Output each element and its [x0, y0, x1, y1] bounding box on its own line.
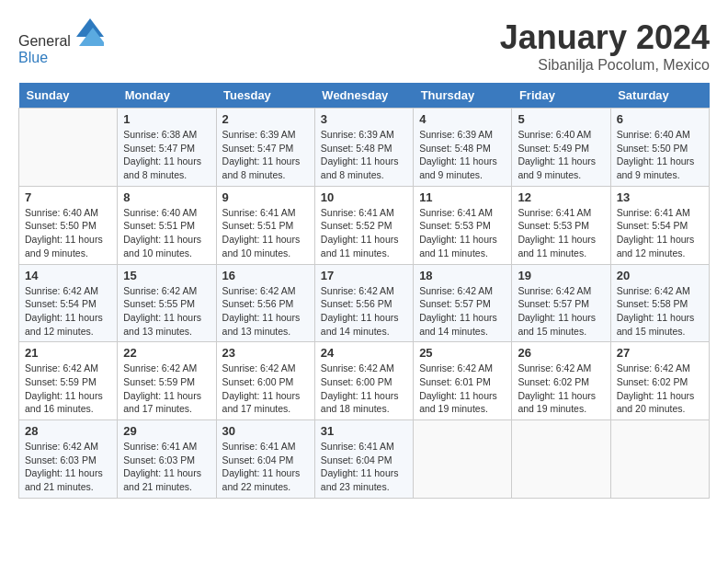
calendar-week-row: 14Sunrise: 6:42 AMSunset: 5:54 PMDayligh…: [19, 264, 710, 342]
calendar-cell: 17Sunrise: 6:42 AMSunset: 5:56 PMDayligh…: [314, 264, 413, 342]
calendar-header-row: SundayMondayTuesdayWednesdayThursdayFrid…: [19, 83, 710, 109]
day-header-sunday: Sunday: [19, 83, 118, 109]
day-detail: Sunrise: 6:42 AMSunset: 5:57 PMDaylight:…: [518, 284, 604, 339]
day-number: 15: [123, 269, 210, 282]
day-number: 28: [25, 424, 111, 438]
calendar-cell: 9Sunrise: 6:41 AMSunset: 5:51 PMDaylight…: [216, 186, 314, 264]
day-header-tuesday: Tuesday: [216, 83, 314, 109]
calendar-cell: 1Sunrise: 6:38 AMSunset: 5:47 PMDaylight…: [118, 109, 216, 187]
day-detail: Sunrise: 6:40 AMSunset: 5:50 PMDaylight:…: [617, 128, 703, 182]
day-detail: Sunrise: 6:41 AMSunset: 5:53 PMDaylight:…: [518, 206, 604, 260]
calendar-cell: 8Sunrise: 6:40 AMSunset: 5:51 PMDaylight…: [118, 186, 216, 264]
calendar-cell: 16Sunrise: 6:42 AMSunset: 5:56 PMDayligh…: [216, 264, 314, 342]
day-number: 13: [617, 190, 703, 204]
day-detail: Sunrise: 6:42 AMSunset: 6:03 PMDaylight:…: [25, 440, 111, 494]
calendar-table: SundayMondayTuesdayWednesdayThursdayFrid…: [18, 83, 710, 499]
day-header-thursday: Thursday: [414, 83, 512, 109]
calendar-cell: 13Sunrise: 6:41 AMSunset: 5:54 PMDayligh…: [610, 186, 709, 264]
day-detail: Sunrise: 6:39 AMSunset: 5:48 PMDaylight:…: [321, 128, 407, 182]
day-detail: Sunrise: 6:41 AMSunset: 5:51 PMDaylight:…: [222, 206, 309, 260]
logo: General Blue: [18, 18, 104, 66]
calendar-cell: 24Sunrise: 6:42 AMSunset: 6:00 PMDayligh…: [314, 342, 413, 420]
calendar-cell: 23Sunrise: 6:42 AMSunset: 6:00 PMDayligh…: [216, 342, 314, 420]
calendar-cell: 12Sunrise: 6:41 AMSunset: 5:53 PMDayligh…: [512, 186, 610, 264]
day-detail: Sunrise: 6:42 AMSunset: 5:56 PMDaylight:…: [222, 284, 309, 339]
day-number: 26: [518, 346, 604, 360]
day-number: 27: [617, 346, 703, 360]
calendar-week-row: 1Sunrise: 6:38 AMSunset: 5:47 PMDaylight…: [19, 109, 710, 187]
day-number: 23: [222, 346, 309, 360]
day-number: 2: [222, 112, 309, 126]
day-detail: Sunrise: 6:39 AMSunset: 5:48 PMDaylight:…: [419, 128, 506, 182]
day-number: 18: [419, 269, 506, 282]
calendar-cell: 26Sunrise: 6:42 AMSunset: 6:02 PMDayligh…: [512, 342, 610, 420]
calendar-cell: 3Sunrise: 6:39 AMSunset: 5:48 PMDaylight…: [314, 109, 413, 187]
day-detail: Sunrise: 6:41 AMSunset: 5:53 PMDaylight:…: [419, 206, 506, 260]
day-detail: Sunrise: 6:41 AMSunset: 6:03 PMDaylight:…: [123, 440, 210, 494]
day-number: 19: [518, 269, 604, 282]
day-number: 4: [419, 112, 506, 126]
calendar-cell: 7Sunrise: 6:40 AMSunset: 5:50 PMDaylight…: [19, 186, 118, 264]
day-number: 6: [617, 112, 703, 126]
day-number: 3: [321, 112, 407, 126]
day-number: 8: [123, 190, 210, 204]
day-number: 11: [419, 190, 506, 204]
calendar-cell: [610, 420, 709, 499]
day-number: 12: [518, 190, 604, 204]
location: Sibanilja Pocolum, Mexico: [500, 57, 710, 74]
calendar-cell: 29Sunrise: 6:41 AMSunset: 6:03 PMDayligh…: [118, 420, 216, 499]
day-detail: Sunrise: 6:38 AMSunset: 5:47 PMDaylight:…: [123, 128, 210, 182]
day-number: 10: [321, 190, 407, 204]
calendar-cell: 6Sunrise: 6:40 AMSunset: 5:50 PMDaylight…: [610, 109, 709, 187]
calendar-cell: 15Sunrise: 6:42 AMSunset: 5:55 PMDayligh…: [118, 264, 216, 342]
day-number: 21: [25, 346, 111, 360]
calendar-cell: 4Sunrise: 6:39 AMSunset: 5:48 PMDaylight…: [414, 109, 512, 187]
logo-general-text: General: [18, 33, 71, 49]
calendar-cell: 21Sunrise: 6:42 AMSunset: 5:59 PMDayligh…: [19, 342, 118, 420]
day-number: 1: [123, 112, 210, 126]
calendar-cell: 22Sunrise: 6:42 AMSunset: 5:59 PMDayligh…: [118, 342, 216, 420]
day-detail: Sunrise: 6:42 AMSunset: 6:00 PMDaylight:…: [321, 362, 407, 416]
day-number: 24: [321, 346, 407, 360]
day-detail: Sunrise: 6:40 AMSunset: 5:51 PMDaylight:…: [123, 206, 210, 260]
day-number: 7: [25, 190, 111, 204]
day-header-friday: Friday: [512, 83, 610, 109]
day-detail: Sunrise: 6:41 AMSunset: 6:04 PMDaylight:…: [222, 440, 309, 494]
calendar-cell: 31Sunrise: 6:41 AMSunset: 6:04 PMDayligh…: [314, 420, 413, 499]
day-number: 31: [321, 424, 407, 438]
day-detail: Sunrise: 6:41 AMSunset: 6:04 PMDaylight:…: [321, 440, 407, 494]
calendar-cell: 5Sunrise: 6:40 AMSunset: 5:49 PMDaylight…: [512, 109, 610, 187]
day-detail: Sunrise: 6:40 AMSunset: 5:50 PMDaylight:…: [25, 206, 111, 260]
day-number: 16: [222, 269, 309, 282]
title-block: January 2024 Sibanilja Pocolum, Mexico: [500, 18, 710, 74]
day-detail: Sunrise: 6:42 AMSunset: 5:54 PMDaylight:…: [25, 284, 111, 339]
calendar-cell: [19, 109, 118, 187]
day-number: 29: [123, 424, 210, 438]
day-header-saturday: Saturday: [610, 83, 709, 109]
day-number: 5: [518, 112, 604, 126]
day-number: 25: [419, 346, 506, 360]
calendar-cell: 10Sunrise: 6:41 AMSunset: 5:52 PMDayligh…: [314, 186, 413, 264]
day-detail: Sunrise: 6:42 AMSunset: 6:00 PMDaylight:…: [222, 362, 309, 416]
calendar-week-row: 7Sunrise: 6:40 AMSunset: 5:50 PMDaylight…: [19, 186, 710, 264]
day-detail: Sunrise: 6:42 AMSunset: 6:02 PMDaylight:…: [518, 362, 604, 416]
calendar-cell: 25Sunrise: 6:42 AMSunset: 6:01 PMDayligh…: [414, 342, 512, 420]
day-header-wednesday: Wednesday: [314, 83, 413, 109]
calendar-cell: 28Sunrise: 6:42 AMSunset: 6:03 PMDayligh…: [19, 420, 118, 499]
calendar-week-row: 21Sunrise: 6:42 AMSunset: 5:59 PMDayligh…: [19, 342, 710, 420]
day-detail: Sunrise: 6:41 AMSunset: 5:52 PMDaylight:…: [321, 206, 407, 260]
month-title: January 2024: [500, 18, 710, 57]
day-detail: Sunrise: 6:42 AMSunset: 5:56 PMDaylight:…: [321, 284, 407, 339]
calendar-cell: 11Sunrise: 6:41 AMSunset: 5:53 PMDayligh…: [414, 186, 512, 264]
day-detail: Sunrise: 6:42 AMSunset: 6:02 PMDaylight:…: [617, 362, 703, 416]
calendar-cell: [414, 420, 512, 499]
day-number: 30: [222, 424, 309, 438]
day-detail: Sunrise: 6:41 AMSunset: 5:54 PMDaylight:…: [617, 206, 703, 260]
calendar-cell: 18Sunrise: 6:42 AMSunset: 5:57 PMDayligh…: [414, 264, 512, 342]
day-detail: Sunrise: 6:39 AMSunset: 5:47 PMDaylight:…: [222, 128, 309, 182]
day-number: 9: [222, 190, 309, 204]
day-number: 22: [123, 346, 210, 360]
calendar-cell: 27Sunrise: 6:42 AMSunset: 6:02 PMDayligh…: [610, 342, 709, 420]
day-detail: Sunrise: 6:42 AMSunset: 6:01 PMDaylight:…: [419, 362, 506, 416]
day-number: 14: [25, 269, 111, 282]
